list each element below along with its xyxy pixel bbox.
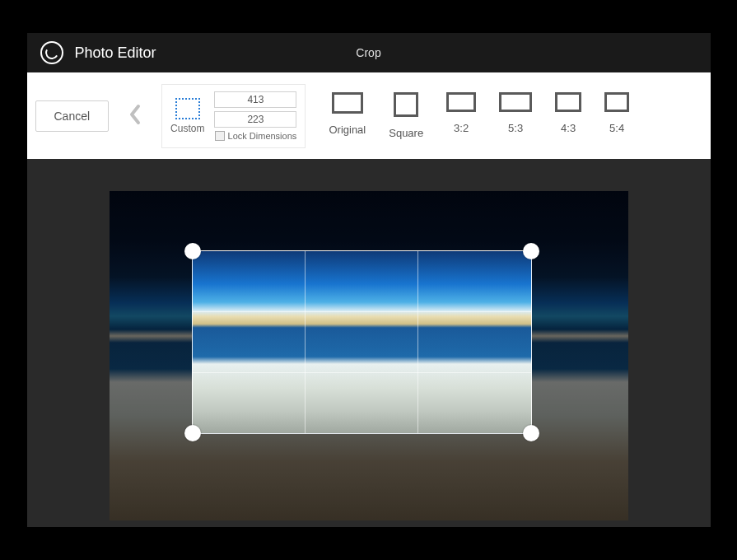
grid-line: [193, 372, 531, 373]
ratio-custom[interactable]: Custom: [170, 98, 204, 134]
ratio-box-icon: [446, 92, 476, 112]
chevron-left-icon[interactable]: [124, 100, 147, 133]
mode-title: Crop: [356, 46, 380, 59]
app-title: Photo Editor: [75, 44, 156, 62]
ratio-box-icon: [394, 92, 418, 117]
title-bar: Photo Editor Crop: [27, 33, 711, 72]
ratio-r5-4[interactable]: 5:4: [604, 92, 629, 139]
ratio-r4-3[interactable]: 4:3: [555, 92, 581, 139]
ratio-list: OriginalSquare3:25:34:35:4: [329, 92, 629, 139]
ratio-label: Square: [389, 127, 423, 139]
ratio-box-icon: [499, 92, 532, 112]
creative-cloud-icon: [40, 41, 63, 64]
crop-handle-top-right[interactable]: [523, 243, 539, 259]
ratio-label: 5:4: [609, 122, 624, 134]
ratio-r5-3[interactable]: 5:3: [499, 92, 532, 139]
lock-dimensions-row[interactable]: Lock Dimensions: [215, 131, 297, 141]
lock-dimensions-checkbox[interactable]: [215, 131, 225, 141]
ratio-original[interactable]: Original: [329, 92, 366, 139]
app-window: Photo Editor Crop Cancel Custom Lock Dim…: [27, 33, 711, 527]
crop-handle-top-left[interactable]: [184, 243, 201, 259]
cancel-button[interactable]: Cancel: [35, 100, 110, 132]
ratio-label: Original: [329, 124, 366, 136]
ratio-box-icon: [332, 92, 363, 114]
crop-toolbar: Cancel Custom Lock Dimensions OriginalSq…: [27, 72, 711, 159]
crop-handle-bottom-right[interactable]: [523, 425, 539, 441]
grid-line: [417, 251, 418, 433]
ratio-r3-2[interactable]: 3:2: [446, 92, 476, 139]
grid-line: [305, 251, 306, 433]
ratio-label: 5:3: [508, 122, 523, 134]
grid-line: [193, 311, 531, 312]
ratio-square[interactable]: Square: [389, 92, 423, 139]
custom-ratio-icon: [175, 98, 200, 119]
ratio-box-icon: [604, 92, 629, 112]
ratio-box-icon: [555, 92, 581, 112]
canvas-area: [27, 159, 711, 527]
width-input[interactable]: [214, 91, 296, 108]
lock-dimensions-label: Lock Dimensions: [228, 131, 297, 141]
image-canvas[interactable]: [110, 191, 628, 520]
custom-ratio-label: Custom: [170, 123, 204, 134]
ratio-label: 4:3: [561, 122, 576, 134]
custom-ratio-group: Custom Lock Dimensions: [161, 84, 306, 148]
crop-handle-bottom-left[interactable]: [184, 425, 201, 441]
dimension-fields: Lock Dimensions: [214, 91, 296, 141]
height-input[interactable]: [214, 111, 296, 128]
ratio-label: 3:2: [454, 122, 469, 134]
crop-selection[interactable]: [192, 250, 532, 434]
